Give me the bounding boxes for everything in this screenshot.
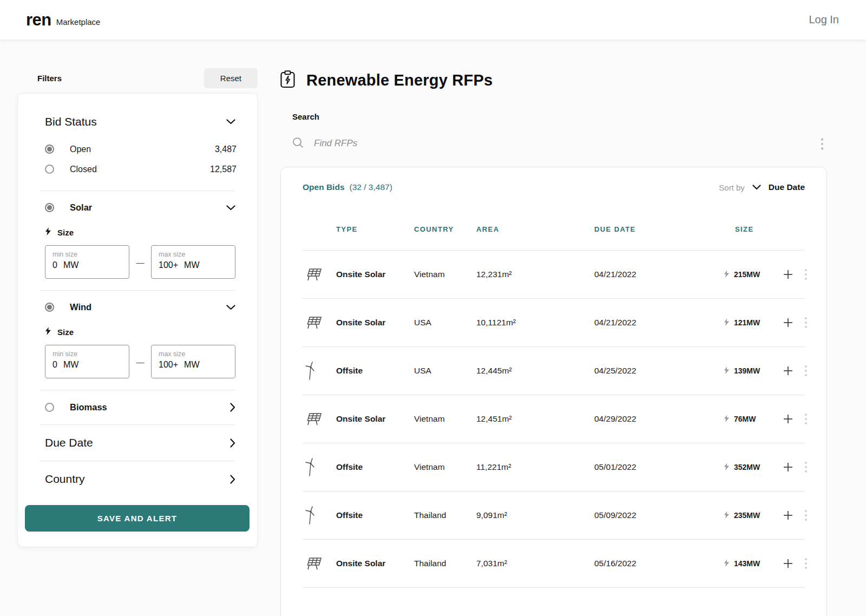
solar-label: Solar [70,202,92,213]
table-row: Onsite Solar Vietnam 12,231m² 04/21/2022… [303,251,805,299]
rfp-size: 76MW [724,415,781,424]
rfp-due-date: 04/29/2022 [594,414,724,424]
row-menu-icon[interactable] [803,412,809,426]
filters-title: Filters [37,74,62,83]
rfp-type: Offsite [336,366,414,376]
table-row: Offsite USA 12,445m² 04/25/2022 139MW [303,347,805,395]
page-header: Renewable Energy RFPs [280,70,827,90]
save-and-alert-button[interactable]: SAVE AND ALERT [25,505,250,532]
table-row: Onsite Solar Vietnam 12,451m² 04/29/2022… [303,395,805,443]
solar-max-size-input[interactable]: max size 100+ MW [151,245,235,279]
row-menu-icon[interactable] [803,316,809,330]
due-date-filter[interactable]: Due Date [45,436,237,449]
bid-status-section: Bid Status [45,115,237,128]
row-menu-icon[interactable] [803,460,809,474]
rfp-type: Onsite Solar [336,318,414,327]
results-card: Open Bids (32 / 3,487) Sort by Due Date … [280,167,827,616]
chevron-down-icon[interactable] [225,304,237,311]
max-size-value: 100+ [159,260,178,270]
rfp-area: 10,1121m² [476,318,594,327]
lightning-icon [724,366,730,376]
range-dash: — [129,357,151,366]
divider [40,424,235,425]
column-header-size: SIZE [724,225,781,233]
row-menu-icon[interactable] [803,364,809,378]
lightning-icon [724,318,730,327]
add-rfp-button[interactable] [781,316,803,330]
min-size-unit: MW [63,260,78,270]
chevron-right-icon[interactable] [229,437,237,449]
lightning-icon [724,511,730,520]
divider [40,390,235,390]
min-size-placeholder: min size [53,350,122,358]
rfp-country: USA [414,366,476,376]
search-input[interactable] [314,138,725,149]
bid-status-option-open: Open 3,487 [45,139,237,159]
rfp-country: Thailand [414,510,476,520]
max-size-placeholder: max size [159,251,228,258]
wind-section: Wind [45,302,237,312]
chevron-right-icon[interactable] [229,474,237,485]
biomass-radio[interactable] [45,403,54,412]
chevron-down-icon[interactable] [225,204,237,212]
solar-radio[interactable] [45,203,54,212]
row-menu-icon[interactable] [803,556,809,571]
logo-text: ren [26,11,51,28]
country-filter[interactable]: Country [45,473,237,486]
divider [40,461,235,461]
search-menu-icon[interactable] [819,136,825,152]
wind-radio[interactable] [45,303,54,312]
lightning-icon [724,415,730,424]
bid-status-title: Bid Status [45,115,97,128]
table-row: Offsite Thailand 9,091m² 05/09/2022 235M… [303,492,805,540]
solar-min-size-input[interactable]: min size 0 MW [45,245,129,279]
wind-max-size-input[interactable]: max size 100+ MW [151,345,235,378]
wind-turbine-icon [303,457,336,477]
sort-control[interactable]: Sort by Due Date [719,182,805,192]
add-rfp-button[interactable] [781,412,803,426]
wind-min-size-input[interactable]: min size 0 MW [45,345,129,378]
rfp-size: 352MW [724,463,781,472]
country-label: Country [45,473,85,486]
search-bar [292,135,827,152]
min-size-value: 0 [53,260,57,270]
table-row: Onsite Solar Thailand 7,031m² 05/16/2022… [303,540,805,588]
table-header-row: TYPE COUNTRY AREA DUE DATE SIZE [303,208,805,251]
max-size-unit: MW [184,360,199,370]
solar-section: Solar [45,202,237,213]
chevron-down-icon[interactable] [225,118,237,126]
closed-radio[interactable] [45,165,54,174]
min-size-value: 0 [53,360,57,370]
chevron-down-icon[interactable] [752,182,761,192]
chevron-right-icon[interactable] [229,402,237,413]
rfp-due-date: 05/01/2022 [594,462,724,472]
max-size-placeholder: max size [159,350,228,358]
add-rfp-button[interactable] [781,508,803,522]
add-rfp-button[interactable] [781,556,803,571]
sort-value: Due Date [769,182,805,192]
rfp-size: 215MW [724,270,781,279]
add-rfp-button[interactable] [781,364,803,378]
min-size-unit: MW [63,360,78,370]
add-rfp-button[interactable] [781,267,803,281]
due-date-label: Due Date [45,436,93,449]
row-menu-icon[interactable] [803,267,809,281]
lightning-icon [45,227,51,238]
row-menu-icon[interactable] [803,508,809,522]
open-radio[interactable] [45,145,54,154]
reset-filters-button[interactable]: Reset [204,68,258,88]
solar-size-inputs: min size 0 MW — max size 100+ MW [45,245,237,279]
lightning-icon [45,327,51,337]
rfp-due-date: 05/16/2022 [594,559,724,568]
range-dash: — [129,258,151,267]
table-row: Onsite Solar USA 10,1121m² 04/21/2022 12… [303,299,805,347]
rfp-type: Onsite Solar [336,559,414,568]
rfp-due-date: 04/25/2022 [594,366,724,376]
bid-status-options: Open 3,487 Closed 12,587 [45,139,237,179]
rfp-type: Offsite [336,462,414,472]
add-rfp-button[interactable] [781,460,803,474]
rfp-due-date: 04/21/2022 [594,318,724,327]
open-bids-title: Open Bids [303,182,345,192]
login-button[interactable]: Log In [809,14,839,26]
rfp-area: 12,231m² [476,270,594,279]
